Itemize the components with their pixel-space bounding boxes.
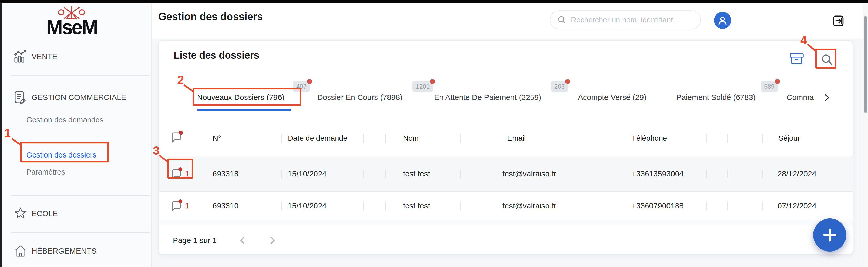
- global-search[interactable]: [550, 10, 701, 29]
- sidebar-divider: [11, 232, 150, 233]
- sidebar-item-hebergements[interactable]: HÉBERGEMENTS: [2, 241, 152, 261]
- plus-icon: [822, 227, 838, 243]
- notification-dot: [307, 79, 312, 84]
- active-tab-underline: [197, 109, 291, 111]
- table-filler: [159, 220, 853, 226]
- chevron-left-icon: [237, 235, 248, 246]
- cell-date: 15/10/2024: [288, 169, 327, 178]
- archive-box-icon: [789, 53, 804, 65]
- table-row[interactable]: 1 693318 15/10/2024 test test test@valra…: [159, 156, 853, 192]
- archive-button[interactable]: [789, 53, 804, 65]
- panel-title: Liste des dossiers: [174, 50, 259, 61]
- comment-count: 1: [185, 201, 189, 210]
- tab-commandes-truncated[interactable]: Comma: [786, 90, 815, 105]
- column-separator: [460, 202, 461, 210]
- comments-column-header: [170, 132, 182, 143]
- cell-email: test@valraiso.fr: [502, 169, 556, 178]
- column-separator: [385, 134, 386, 142]
- badge-count: 589: [764, 83, 774, 90]
- annotation-number-2: 2: [177, 73, 184, 87]
- notification-dot: [430, 79, 435, 84]
- chevron-right-icon: [822, 92, 832, 103]
- annotation-number-4: 4: [800, 33, 807, 47]
- column-separator: [460, 170, 461, 178]
- tab-badge: 203: [551, 81, 568, 92]
- window-left-edge: [0, 3, 2, 267]
- logo[interactable]: MseM: [33, 5, 110, 41]
- cell-telephone: +33613593004: [632, 169, 684, 178]
- sidebar-item-label: ECOLE: [32, 209, 58, 218]
- table-row[interactable]: 1 693310 15/10/2024 test test test@valra…: [159, 192, 853, 220]
- search-input[interactable]: [570, 15, 693, 25]
- chevron-right-icon: [267, 235, 278, 246]
- column-separator: [363, 134, 364, 142]
- column-separator: [762, 202, 763, 210]
- annotation-box-3: [167, 159, 193, 179]
- sidebar-item-parametres[interactable]: Paramètres: [26, 168, 65, 176]
- notification-dot: [179, 131, 183, 135]
- column-separator: [706, 134, 707, 142]
- column-header: Nom: [403, 134, 419, 142]
- sidebar-divider: [11, 195, 150, 196]
- cell-nom: test test: [403, 201, 430, 210]
- notification-dot: [178, 199, 182, 203]
- cell-telephone: +33607900188: [632, 201, 684, 210]
- app-window: MseM VENTE: [0, 0, 868, 267]
- tab-badge: 589: [761, 81, 778, 92]
- chart-icon: [14, 50, 27, 63]
- notification-dot: [775, 79, 780, 84]
- column-separator: [762, 170, 763, 178]
- pagination-bar: Page 1 sur 1: [159, 226, 853, 255]
- next-page-button[interactable]: [267, 235, 278, 246]
- star-icon: [14, 207, 27, 220]
- tab-en-attente-de-paiement[interactable]: En Attente De Paiement (2259): [434, 90, 541, 105]
- badge-count: 203: [554, 83, 565, 90]
- logo-text: MseM: [33, 18, 110, 36]
- sidebar-divider: [11, 75, 150, 76]
- user-avatar-button[interactable]: [714, 12, 731, 29]
- add-dossier-button[interactable]: [813, 219, 846, 252]
- dossier-list-panel: Liste des dossiers Nouveaux Dossiers (79…: [158, 40, 853, 255]
- previous-page-button[interactable]: [237, 235, 248, 246]
- notification-dot: [565, 79, 570, 84]
- annotation-number-1: 1: [4, 126, 11, 140]
- sidebar-item-gestion-des-demandes[interactable]: Gestion des demandes: [26, 116, 103, 124]
- column-separator: [706, 170, 707, 178]
- cell-date: 15/10/2024: [288, 201, 327, 210]
- column-separator: [762, 134, 763, 142]
- search-icon: [557, 15, 567, 25]
- sidebar-item-ecole[interactable]: ECOLE: [2, 203, 152, 224]
- column-separator: [281, 170, 282, 178]
- column-separator: [727, 134, 728, 142]
- row-comments-button[interactable]: 1: [170, 200, 189, 211]
- column-header: Date de demande: [288, 134, 347, 142]
- scrollbar-thumb[interactable]: [864, 16, 867, 113]
- annotation-box-4: [815, 48, 836, 69]
- cell-sejour: 28/12/2024: [778, 169, 816, 178]
- column-separator: [727, 170, 728, 178]
- annotation-box-2: [193, 88, 301, 106]
- logout-button[interactable]: [832, 15, 845, 27]
- column-header: Email: [507, 134, 526, 142]
- tab-paiement-solde[interactable]: Paiement Soldé (6783): [676, 90, 755, 105]
- column-separator: [385, 202, 386, 210]
- badge-count: 1201: [416, 83, 430, 90]
- pagination-label: Page 1 sur 1: [173, 236, 217, 245]
- sidebar-item-vente[interactable]: VENTE: [2, 46, 152, 67]
- tabs-scroll-next-button[interactable]: [822, 92, 832, 103]
- column-separator: [281, 134, 282, 142]
- cell-sejour: 07/12/2024: [778, 201, 816, 210]
- annotation-box-1: [20, 142, 109, 162]
- column-separator: [460, 134, 461, 142]
- tab-dossier-en-cours[interactable]: Dossier En Cours (7898): [317, 90, 402, 105]
- column-separator: [385, 170, 386, 178]
- person-icon: [717, 15, 728, 26]
- sidebar-item-gestion-commerciale[interactable]: GESTION COMMERCIALE: [2, 87, 152, 107]
- sidebar-item-label: VENTE: [32, 52, 57, 61]
- tab-badge: 1201: [412, 81, 433, 92]
- sidebar: MseM VENTE: [2, 3, 152, 267]
- column-header: Séjour: [778, 134, 800, 142]
- column-header: Téléphone: [632, 134, 667, 142]
- column-separator: [363, 170, 364, 178]
- tab-acompte-verse[interactable]: Acompte Versé (29): [578, 90, 646, 105]
